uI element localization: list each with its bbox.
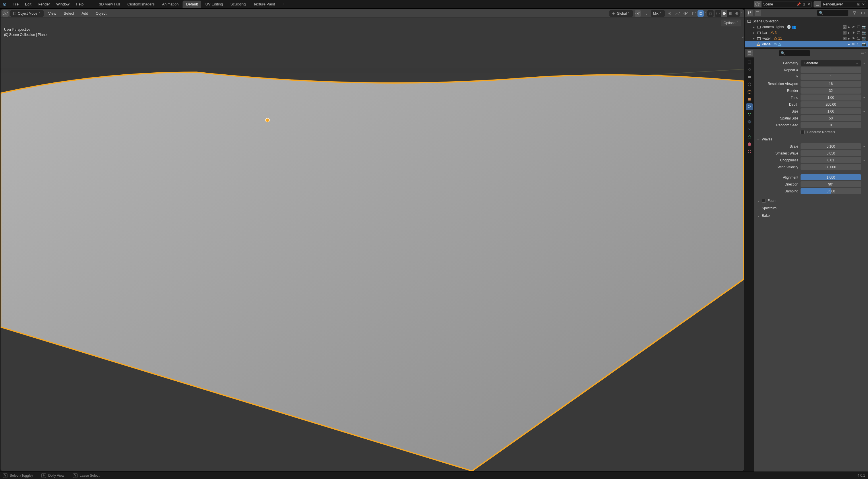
exclude-checkbox[interactable]: ✓ <box>843 31 846 34</box>
outliner-editor-icon[interactable]: ˅ <box>747 10 753 16</box>
workspace-tab[interactable]: Custom!shaders <box>124 1 158 8</box>
menu-help[interactable]: Help <box>73 1 86 7</box>
viewport-options-dropdown[interactable]: Options˅ <box>721 20 741 26</box>
size-field[interactable]: 1.00 <box>801 108 861 114</box>
workspace-tab[interactable]: Texture Paint <box>250 1 278 8</box>
hide-render-icon[interactable]: 🖵 <box>857 25 860 29</box>
spectrum-panel-header[interactable]: › Spectrum <box>756 205 865 212</box>
hide-render-icon[interactable]: 🖵 <box>857 36 860 40</box>
scene-selector[interactable]: ˅ 📌 ⎘ ✕ <box>754 1 812 7</box>
orientation-selector[interactable]: Global ˅ <box>609 10 633 17</box>
material-shading-icon[interactable] <box>727 10 734 17</box>
workspace-tab[interactable]: Sculpting <box>227 1 249 8</box>
scene-delete-icon[interactable]: ✕ <box>806 1 811 7</box>
disable-render-icon[interactable]: 📷 <box>862 31 866 35</box>
disable-render-icon[interactable]: 📷 <box>862 42 866 46</box>
hide-render-icon[interactable]: 🖵 <box>857 31 860 35</box>
repeat-x-field[interactable]: 1 <box>801 67 861 73</box>
seed-field[interactable]: 0 <box>801 122 861 128</box>
viewport-menu-view[interactable]: View <box>45 10 59 17</box>
wave-scale-field[interactable]: 0.100 <box>801 143 861 149</box>
expand-icon[interactable]: ▸ <box>752 25 755 29</box>
keyframe-dot-icon[interactable]: • <box>863 146 865 147</box>
proportional-falloff-icon[interactable]: ˅ <box>675 10 681 17</box>
hide-viewport-icon[interactable]: 👁 <box>851 25 855 29</box>
menu-render[interactable]: Render <box>35 1 53 7</box>
disable-render-icon[interactable]: 📷 <box>862 36 866 40</box>
tab-physics-icon[interactable] <box>746 118 753 125</box>
solid-shading-icon[interactable] <box>721 10 727 17</box>
hide-viewport-icon[interactable]: 👁 <box>851 36 855 40</box>
hide-render-icon[interactable]: 🖵 <box>857 42 860 46</box>
foam-enable-checkbox[interactable] <box>762 199 766 203</box>
menu-window[interactable]: Window <box>53 1 72 7</box>
outliner-filter-icon[interactable]: ˅ <box>852 10 858 16</box>
exclude-checkbox[interactable]: ✓ <box>843 37 846 40</box>
snap-toggle-icon[interactable] <box>643 10 649 17</box>
properties-options-icon[interactable]: ˅ <box>860 50 866 56</box>
waves-panel-header[interactable]: ⌄ Waves <box>756 136 865 143</box>
pivot-icon[interactable]: ˅ <box>634 10 641 17</box>
tab-data-icon[interactable] <box>746 133 753 140</box>
workspace-tab[interactable]: UV Editing <box>202 1 226 8</box>
properties-editor-icon[interactable]: ˅ <box>747 50 753 56</box>
properties-search-input[interactable] <box>785 51 808 55</box>
tab-texture-icon[interactable] <box>746 148 753 155</box>
keyframe-dot-icon[interactable]: • <box>863 97 865 98</box>
workspace-tab-active[interactable]: Default <box>183 1 201 8</box>
menu-edit[interactable]: Edit <box>22 1 34 7</box>
outliner-search[interactable]: 🔍 <box>817 10 848 16</box>
expand-icon[interactable]: ▸ <box>752 36 755 40</box>
blender-logo-icon[interactable] <box>2 1 7 7</box>
geometry-mode-dropdown[interactable]: Generate <box>801 60 861 66</box>
tab-material-icon[interactable] <box>746 141 753 148</box>
choppiness-field[interactable]: 0.01 <box>801 157 861 163</box>
properties-content[interactable]: Geometry Generate • Repeat X 1 Y 1 <box>754 57 868 472</box>
tab-object-icon[interactable] <box>746 96 753 103</box>
overlays-icon[interactable] <box>698 10 704 17</box>
keyframe-dot-icon[interactable]: • <box>863 62 865 64</box>
viewport-menu-select[interactable]: Select <box>61 10 77 17</box>
tab-output-icon[interactable] <box>746 66 753 73</box>
tab-particles-icon[interactable] <box>746 111 753 118</box>
tree-row-selected[interactable]: Plane ▸ 👁 🖵 📷 <box>745 41 868 47</box>
alignment-field[interactable]: 1.000 <box>801 174 861 180</box>
expand-icon[interactable]: ▸ <box>752 31 755 35</box>
hide-viewport-icon[interactable]: 👁 <box>851 31 855 35</box>
outliner-display-mode-icon[interactable]: ˅ <box>755 10 761 16</box>
tab-modifier-icon[interactable] <box>746 103 753 110</box>
tree-row-root[interactable]: Scene Collection <box>745 19 868 24</box>
damping-field[interactable]: 0.500 <box>801 188 861 194</box>
tree-row[interactable]: ▸ camera+lights 💀 👥 ✓ ▸ 👁 🖵 📷 <box>745 24 868 30</box>
selectable-icon[interactable]: ▸ <box>848 36 850 40</box>
keyframe-dot-icon[interactable]: • <box>863 159 865 161</box>
selectable-icon[interactable]: ▸ <box>848 31 850 35</box>
wireframe-shading-icon[interactable] <box>715 10 721 17</box>
keyframe-dot-icon[interactable]: • <box>863 111 865 112</box>
render-res-field[interactable]: 32 <box>801 88 861 94</box>
disable-render-icon[interactable]: 📷 <box>862 25 866 29</box>
wind-velocity-field[interactable]: 30.000 <box>801 164 861 170</box>
viewport-menu-object[interactable]: Object <box>93 10 110 17</box>
hide-viewport-icon[interactable]: 👁 <box>851 42 855 46</box>
repeat-y-field[interactable]: 1 <box>801 74 861 80</box>
selectable-icon[interactable]: ▸ <box>848 25 850 29</box>
viewlayer-new-icon[interactable]: ⎘ <box>856 1 861 7</box>
tab-constraints-icon[interactable] <box>746 126 753 133</box>
res-viewport-field[interactable]: 16 <box>801 81 861 87</box>
sidebar-toggle-icon[interactable]: ◂ <box>742 35 743 39</box>
outliner-search-input[interactable] <box>823 11 846 15</box>
depth-field[interactable]: 200.00 <box>801 101 861 108</box>
snap-mode-selector[interactable]: Mix˅ <box>651 10 665 17</box>
viewport-canvas[interactable] <box>1 9 744 471</box>
generate-normals-checkbox[interactable] <box>801 130 805 134</box>
selectable-icon[interactable]: ▸ <box>848 42 850 46</box>
properties-search[interactable]: 🔍 <box>779 50 810 56</box>
tab-render-icon[interactable] <box>746 59 753 65</box>
proportional-edit-icon[interactable] <box>666 10 673 17</box>
viewlayer-selector[interactable]: ⎘ ✕ <box>813 1 866 7</box>
menu-file[interactable]: File <box>10 1 22 7</box>
3d-viewport[interactable]: ˅ Object Mode ˅ View Select Add Object G… <box>1 9 744 471</box>
tab-viewlayer-icon[interactable] <box>746 73 753 81</box>
outliner-tree[interactable]: Scene Collection ▸ camera+lights 💀 👥 ✓ <box>745 17 868 48</box>
